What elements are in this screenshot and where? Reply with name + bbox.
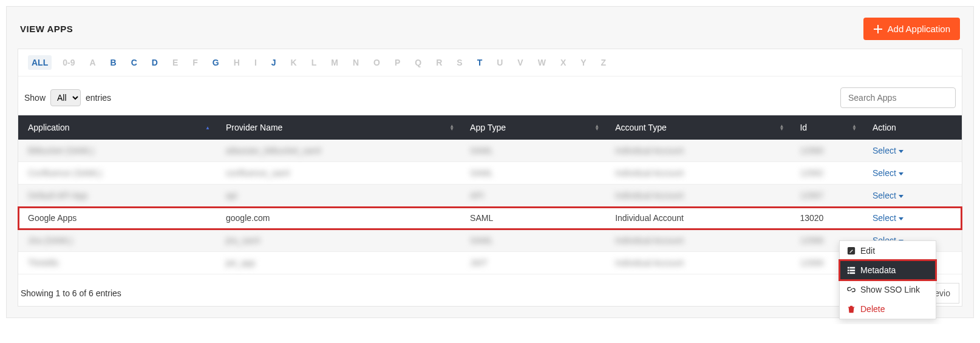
cell-type: SAML: [470, 146, 493, 155]
caret-down-icon: [899, 217, 903, 220]
alpha-tab-x[interactable]: X: [557, 55, 570, 70]
alpha-tab-n[interactable]: N: [349, 55, 362, 70]
caret-down-icon: [899, 150, 903, 153]
cell-prov: google.com: [226, 213, 270, 223]
table-info: Showing 1 to 6 of 6 entries: [21, 288, 121, 298]
alpha-tab-f[interactable]: F: [189, 55, 202, 70]
alpha-tab-d[interactable]: D: [148, 55, 162, 70]
alpha-tab-0-9[interactable]: 0-9: [59, 55, 78, 70]
col-header-id[interactable]: Id ▲▼: [790, 115, 863, 140]
table-row: Thinkificjwt_appJWTIndividual Account129…: [18, 252, 962, 274]
alpha-tab-m[interactable]: M: [327, 55, 342, 70]
alpha-tab-u[interactable]: U: [493, 55, 506, 70]
action-dropdown: Edit Metadata Show SSO Link Delete: [839, 240, 936, 319]
alpha-tab-s[interactable]: S: [453, 55, 466, 70]
cell-id: 12997: [800, 191, 823, 200]
cell-prov: confluence_saml: [226, 168, 290, 178]
cell-acct: Individual Account: [615, 236, 684, 245]
col-header-provider[interactable]: Provider Name ▲▼: [216, 115, 460, 140]
cell-acct: Individual Account: [615, 213, 684, 223]
alpha-tab-q[interactable]: Q: [411, 55, 425, 70]
dropdown-delete[interactable]: Delete: [840, 299, 936, 319]
alpha-tab-r[interactable]: R: [432, 55, 446, 70]
alpha-tab-e[interactable]: E: [169, 55, 182, 70]
cell-type: API: [470, 191, 484, 200]
alpha-tab-all[interactable]: ALL: [28, 55, 52, 70]
alpha-tab-a[interactable]: A: [86, 55, 99, 70]
cell-acct: Individual Account: [615, 191, 684, 200]
alpha-tab-l[interactable]: L: [308, 55, 321, 70]
cell-prov: jira_saml: [226, 236, 260, 245]
alpha-tab-h[interactable]: H: [230, 55, 243, 70]
sort-icon: ▲▼: [449, 124, 454, 131]
table-row: Jira (SAML)jira_samlSAMLIndividual Accou…: [18, 229, 962, 252]
cell-app: Bitbucket (SAML): [28, 146, 94, 155]
svg-rect-1: [848, 267, 849, 269]
cell-app: Default API App: [28, 191, 87, 200]
col-header-accounttype[interactable]: Account Type ▲▼: [605, 115, 790, 140]
table-row: Bitbucket (SAML)atlassian_bitbucket_saml…: [18, 140, 962, 162]
table-row: Default API AppapiAPIIndividual Account1…: [18, 185, 962, 207]
cell-id: 12996: [800, 236, 823, 245]
alpha-tab-z[interactable]: Z: [597, 55, 610, 70]
table-row: Confluence (SAML)confluence_samlSAMLIndi…: [18, 162, 962, 185]
select-action[interactable]: Select: [873, 168, 903, 178]
plus-icon: [873, 24, 883, 34]
alpha-tab-y[interactable]: Y: [577, 55, 590, 70]
cell-type: SAML: [470, 168, 493, 178]
link-icon: [847, 285, 856, 294]
alpha-tab-o[interactable]: O: [370, 55, 384, 70]
entries-select[interactable]: All: [50, 89, 81, 106]
alpha-tab-v[interactable]: V: [514, 55, 526, 70]
select-action[interactable]: Select: [873, 213, 903, 223]
dropdown-edit[interactable]: Edit: [840, 241, 936, 260]
svg-rect-5: [848, 273, 849, 274]
cell-type: SAML: [470, 213, 493, 223]
trash-icon: [847, 305, 856, 313]
alpha-tab-i[interactable]: I: [251, 55, 260, 70]
sort-icon: ▲▼: [594, 124, 599, 131]
alpha-tab-g[interactable]: G: [209, 55, 223, 70]
select-action[interactable]: Select: [873, 146, 903, 155]
alpha-tab-w[interactable]: W: [534, 55, 550, 70]
alpha-tab-b[interactable]: B: [107, 55, 120, 70]
svg-rect-2: [849, 267, 855, 269]
alpha-filter: ALL0-9ABCDEFGHIJKLMNOPQRSTUVWXYZ: [18, 49, 962, 76]
cell-acct: Individual Account: [615, 168, 684, 178]
alpha-tab-t[interactable]: T: [474, 55, 486, 70]
cell-type: JWT: [470, 258, 488, 268]
search-input[interactable]: [840, 87, 956, 108]
sort-icon: ▲▼: [852, 124, 857, 131]
show-label-pre: Show: [24, 93, 46, 103]
cell-prov: atlassian_bitbucket_saml: [226, 146, 321, 155]
alpha-tab-j[interactable]: J: [268, 55, 280, 70]
cell-app: Thinkific: [28, 258, 59, 268]
col-header-application[interactable]: Application ▲: [18, 115, 216, 140]
apps-table: Application ▲ Provider Name ▲▼ App Type …: [18, 115, 962, 274]
cell-type: SAML: [470, 236, 493, 245]
page-title: VIEW APPS: [20, 24, 73, 34]
alpha-tab-k[interactable]: K: [287, 55, 301, 70]
col-header-apptype[interactable]: App Type ▲▼: [460, 115, 605, 140]
dropdown-metadata[interactable]: Metadata: [840, 260, 936, 280]
alpha-tab-c[interactable]: C: [128, 55, 141, 70]
cell-prov: api: [226, 191, 237, 200]
alpha-tab-p[interactable]: P: [391, 55, 404, 70]
view-apps-panel: VIEW APPS Add Application ALL0-9ABCDEFGH…: [6, 6, 974, 318]
cell-acct: Individual Account: [615, 258, 684, 268]
cell-app: Confluence (SAML): [28, 168, 102, 178]
show-label-post: entries: [86, 93, 111, 103]
table-row: Google Appsgoogle.comSAMLIndividual Acco…: [18, 207, 962, 229]
caret-down-icon: [899, 195, 903, 198]
svg-rect-6: [849, 273, 855, 274]
add-application-button[interactable]: Add Application: [863, 18, 960, 40]
cell-app: Google Apps: [28, 213, 77, 223]
cell-acct: Individual Account: [615, 146, 684, 155]
cell-app: Jira (SAML): [28, 236, 73, 245]
list-icon: [847, 266, 856, 274]
cell-prov: jwt_app: [226, 258, 255, 268]
select-action[interactable]: Select: [873, 191, 903, 200]
svg-rect-4: [849, 270, 855, 271]
cell-id: 12999: [800, 258, 823, 268]
dropdown-show-sso[interactable]: Show SSO Link: [840, 280, 936, 299]
